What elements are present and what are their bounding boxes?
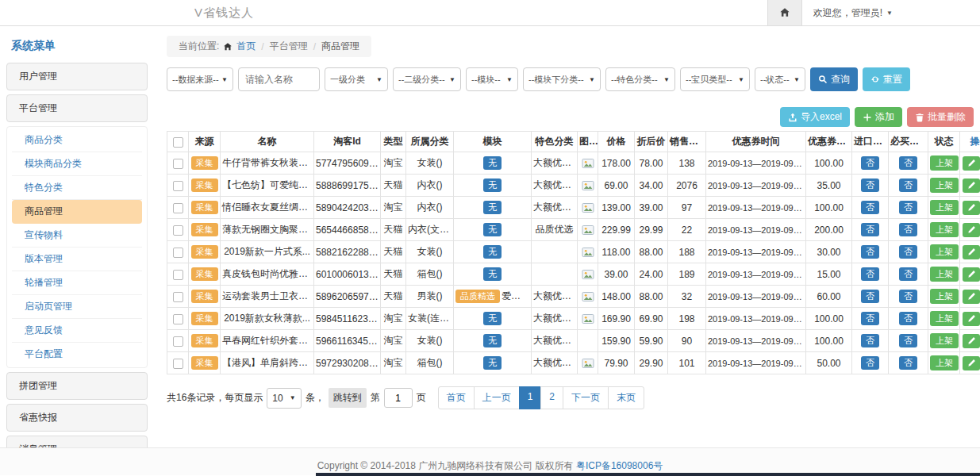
sidebar-item-goods-management[interactable]: 商品管理 xyxy=(12,200,142,224)
row-checkbox[interactable] xyxy=(173,336,183,347)
filter-select-status[interactable]: --状态--▼ xyxy=(755,67,805,91)
page-button-prev[interactable]: 上一页 xyxy=(474,386,520,409)
table-row: 采集薄款无钢圈文胸聚拢性...565446685867天猫内衣(文胸)无品质优选… xyxy=(167,219,980,241)
sidebar-group-saving-express[interactable]: 省惠快报 xyxy=(6,404,148,432)
sidebar-group-platform-management[interactable]: 平台管理 xyxy=(6,94,148,122)
jump-button[interactable]: 跳转到 xyxy=(329,388,367,408)
add-button[interactable]: 添加 xyxy=(855,107,902,127)
must-buy-badge[interactable]: 否 xyxy=(899,334,917,347)
row-checkbox[interactable] xyxy=(173,248,183,258)
status-badge[interactable]: 上架 xyxy=(930,355,959,370)
sidebar-item-splash-management[interactable]: 启动页管理 xyxy=(12,295,142,319)
must-buy-badge[interactable]: 否 xyxy=(899,178,917,192)
row-checkbox[interactable] xyxy=(173,270,183,280)
edit-button[interactable] xyxy=(963,290,980,304)
import-optimal-badge[interactable]: 否 xyxy=(861,334,879,347)
import-optimal-badge[interactable]: 否 xyxy=(861,201,879,214)
sidebar-item-module-goods-category[interactable]: 模块商品分类 xyxy=(12,152,142,176)
filter-select-module[interactable]: --模块--▼ xyxy=(466,67,518,91)
import-optimal-badge[interactable]: 否 xyxy=(861,245,879,259)
edit-button[interactable] xyxy=(963,223,980,237)
import-optimal-badge[interactable]: 否 xyxy=(861,312,879,325)
batch-delete-label: 批量删除 xyxy=(928,110,966,124)
status-badge[interactable]: 上架 xyxy=(930,178,959,193)
page-button-first[interactable]: 首页 xyxy=(438,386,475,409)
edit-button[interactable] xyxy=(963,334,980,348)
edit-button[interactable] xyxy=(963,267,980,282)
sidebar-item-version-management[interactable]: 版本管理 xyxy=(12,248,142,271)
import-optimal-badge[interactable]: 否 xyxy=(861,356,879,370)
status-badge[interactable]: 上架 xyxy=(930,244,959,259)
page-button-1[interactable]: 1 xyxy=(519,386,542,409)
page-button-next[interactable]: 下一页 xyxy=(563,386,609,409)
row-checkbox[interactable] xyxy=(173,314,183,324)
row-checkbox[interactable] xyxy=(173,359,183,369)
page-button-last[interactable]: 末页 xyxy=(608,386,644,409)
status-badge[interactable]: 上架 xyxy=(930,333,959,348)
edit-button[interactable] xyxy=(963,178,980,193)
status-badge[interactable]: 上架 xyxy=(930,289,959,304)
status-badge[interactable]: 上架 xyxy=(930,222,959,237)
sidebar-group-message-management[interactable]: 消息管理 xyxy=(6,436,148,447)
must-buy-badge[interactable]: 否 xyxy=(899,156,917,170)
must-buy-badge[interactable]: 否 xyxy=(899,312,917,325)
status-badge[interactable]: 上架 xyxy=(930,267,959,282)
sidebar-item-feedback[interactable]: 意见反馈 xyxy=(12,319,142,343)
filter-select-item-type[interactable]: --宝贝类型--▼ xyxy=(680,67,750,91)
import-optimal-badge[interactable]: 否 xyxy=(861,290,879,303)
import-excel-button[interactable]: 导入excel xyxy=(780,107,850,127)
product-category: 女装(连衣裙) xyxy=(406,308,454,330)
page-button-2[interactable]: 2 xyxy=(540,386,563,409)
must-buy-badge[interactable]: 否 xyxy=(899,356,917,370)
edit-icon xyxy=(967,225,976,234)
sidebar-item-carousel-management[interactable]: 轮播管理 xyxy=(12,271,142,295)
sidebar-item-promo-materials[interactable]: 宣传物料 xyxy=(12,224,142,248)
breadcrumb-home-link[interactable]: 首页 xyxy=(236,40,256,53)
import-optimal-badge[interactable]: 否 xyxy=(861,178,879,192)
sidebar-group-group-buy-management[interactable]: 拼团管理 xyxy=(6,372,148,400)
name-search-input[interactable] xyxy=(238,67,320,91)
status-badge[interactable]: 上架 xyxy=(930,200,959,215)
per-page-select[interactable]: 10 ▼ xyxy=(267,388,301,409)
sidebar-item-platform-config[interactable]: 平台配置 xyxy=(12,343,142,366)
home-button[interactable] xyxy=(767,0,802,25)
filter-select-level2-category[interactable]: --二级分类--▼ xyxy=(393,67,461,91)
must-buy-badge[interactable]: 否 xyxy=(899,201,917,214)
select-all-checkbox[interactable] xyxy=(173,137,183,148)
row-checkbox[interactable] xyxy=(173,292,183,302)
filter-select-level1-category[interactable]: 一级分类▼ xyxy=(325,67,388,91)
icp-link[interactable]: 粤ICP备16098006号 xyxy=(576,460,663,471)
must-buy-badge[interactable]: 否 xyxy=(899,223,917,236)
import-optimal-badge[interactable]: 否 xyxy=(861,223,879,236)
sidebar-item-goods-category[interactable]: 商品分类 xyxy=(12,129,142,152)
column-header-11: 优惠券时间 xyxy=(706,132,806,152)
must-buy-badge[interactable]: 否 xyxy=(899,245,917,259)
jump-page-input[interactable] xyxy=(384,388,413,408)
row-checkbox[interactable] xyxy=(173,159,183,169)
status-badge[interactable]: 上架 xyxy=(930,155,959,171)
query-button[interactable]: 查询 xyxy=(810,67,858,91)
filter-select-module-sub-category[interactable]: --模块下分类--▼ xyxy=(523,67,601,91)
row-checkbox[interactable] xyxy=(173,181,183,191)
row-checkbox[interactable] xyxy=(173,203,183,213)
reset-button[interactable]: 重置 xyxy=(863,67,910,91)
edit-button[interactable] xyxy=(963,245,980,259)
edit-button[interactable] xyxy=(963,312,980,326)
edit-button[interactable] xyxy=(963,201,980,215)
edit-button[interactable] xyxy=(963,356,980,370)
sidebar-item-feature-category[interactable]: 特色分类 xyxy=(12,176,142,200)
feature-category: 大额优惠券 xyxy=(532,286,578,308)
user-menu[interactable]: 欢迎您，管理员! ▼ xyxy=(802,6,980,20)
batch-delete-button[interactable]: 批量删除 xyxy=(907,107,974,127)
must-buy-badge[interactable]: 否 xyxy=(899,267,917,281)
edit-button[interactable] xyxy=(963,156,980,171)
import-optimal-badge[interactable]: 否 xyxy=(861,267,879,281)
status-badge[interactable]: 上架 xyxy=(930,311,959,326)
filter-select-feature-category[interactable]: --特色分类--▼ xyxy=(605,67,675,91)
must-buy-badge[interactable]: 否 xyxy=(899,290,917,303)
filter-select-data-source[interactable]: --数据来源--▼ xyxy=(167,67,233,91)
row-checkbox[interactable] xyxy=(173,225,183,236)
edit-icon xyxy=(967,248,976,256)
import-optimal-badge[interactable]: 否 xyxy=(861,156,879,170)
sidebar-group-user-management[interactable]: 用户管理 xyxy=(6,63,148,90)
